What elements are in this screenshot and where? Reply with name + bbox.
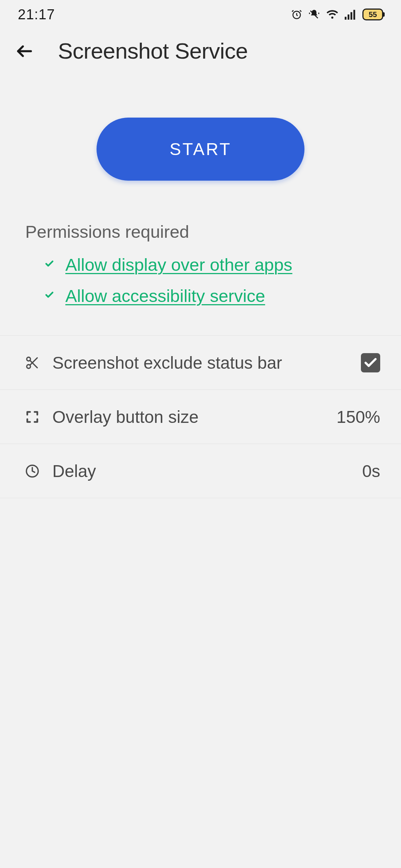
- start-button[interactable]: START: [97, 118, 304, 181]
- setting-label: Overlay button size: [52, 407, 325, 427]
- setting-exclude-status-bar[interactable]: Screenshot exclude status bar: [0, 336, 401, 390]
- status-time: 21:17: [18, 7, 55, 23]
- signal-icon: [345, 9, 356, 20]
- status-bar: 21:17 55: [0, 0, 401, 29]
- setting-delay[interactable]: Delay 0s: [0, 444, 401, 498]
- checkmark-icon: [363, 355, 378, 370]
- setting-value: 150%: [336, 407, 380, 427]
- permission-link-label: Allow display over other apps: [65, 254, 292, 275]
- permissions-heading: Permissions required: [25, 221, 376, 242]
- battery-level: 55: [369, 10, 377, 19]
- setting-overlay-button-size[interactable]: Overlay button size 150%: [0, 390, 401, 444]
- permission-link-label: Allow accessibility service: [65, 286, 265, 306]
- start-wrap: START: [0, 73, 401, 210]
- fullscreen-icon: [24, 410, 40, 424]
- svg-rect-1: [309, 13, 310, 14]
- battery-icon: 55: [362, 9, 383, 20]
- svg-rect-2: [318, 13, 319, 14]
- alarm-icon: [291, 9, 302, 20]
- svg-rect-3: [345, 17, 346, 20]
- page-title: Screenshot Service: [58, 38, 248, 64]
- back-button[interactable]: [13, 40, 36, 62]
- permission-item-overlay[interactable]: Allow display over other apps: [25, 251, 376, 278]
- app-header: Screenshot Service: [0, 29, 401, 73]
- status-icons: 55: [291, 9, 383, 20]
- checkbox-checked[interactable]: [361, 353, 380, 372]
- settings-list: Screenshot exclude status bar Overlay bu…: [0, 335, 401, 498]
- check-icon: [45, 259, 54, 270]
- setting-label: Delay: [52, 461, 350, 481]
- permissions-section: Permissions required Allow display over …: [0, 221, 401, 309]
- setting-label: Screenshot exclude status bar: [52, 353, 349, 373]
- permission-item-accessibility[interactable]: Allow accessibility service: [25, 282, 376, 309]
- check-icon: [45, 290, 54, 301]
- setting-value: 0s: [362, 461, 380, 481]
- scissors-icon: [24, 355, 40, 370]
- wifi-icon: [326, 9, 339, 20]
- clock-icon: [24, 464, 40, 478]
- vibrate-icon: [308, 9, 320, 20]
- svg-rect-5: [351, 12, 352, 20]
- arrow-left-icon: [15, 42, 34, 61]
- svg-rect-4: [348, 14, 349, 20]
- svg-rect-6: [353, 10, 355, 20]
